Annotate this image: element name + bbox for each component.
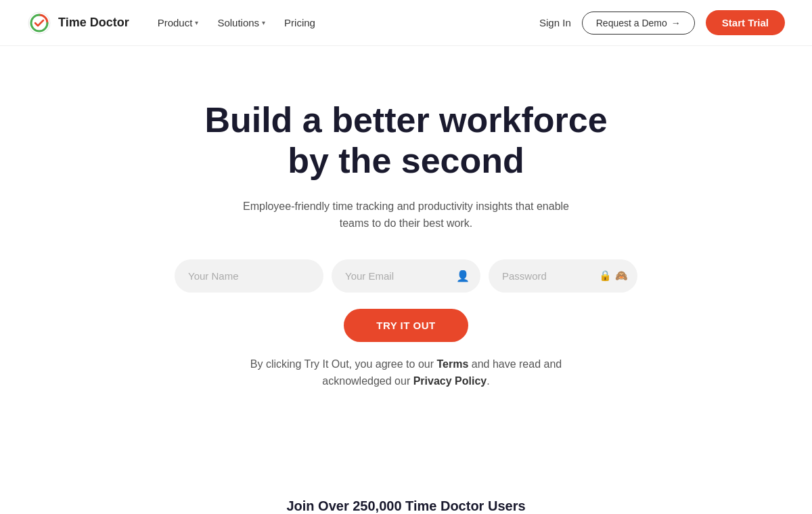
nav-link-solutions[interactable]: Solutions ▾ bbox=[210, 13, 272, 33]
logos-title: Join Over 250,000 Time Doctor Users bbox=[27, 498, 785, 514]
sign-in-link[interactable]: Sign In bbox=[539, 17, 571, 28]
password-toggle-icon[interactable]: 🙈 bbox=[615, 270, 628, 282]
nav-links: Product ▾ Solutions ▾ Pricing bbox=[151, 13, 322, 33]
product-chevron-icon: ▾ bbox=[195, 19, 198, 26]
signup-form: 👤 🔒 🙈 bbox=[27, 259, 785, 293]
name-input[interactable] bbox=[175, 259, 323, 293]
email-input-wrapper: 👤 bbox=[332, 259, 480, 293]
start-trial-button[interactable]: Start Trial bbox=[706, 10, 785, 35]
logo-text: Time Doctor bbox=[58, 16, 129, 30]
logo[interactable]: Time Doctor bbox=[27, 11, 129, 35]
nav-left: Time Doctor Product ▾ Solutions ▾ Pricin… bbox=[27, 11, 322, 35]
hero-subtext: Employee-friendly time tracking and prod… bbox=[230, 198, 582, 232]
nav-link-product[interactable]: Product ▾ bbox=[151, 13, 206, 33]
hero-headline: Build a better workforce by the second bbox=[27, 100, 785, 181]
logos-section: Join Over 250,000 Time Doctor Users B⊕st… bbox=[0, 458, 812, 514]
terms-text: By clicking Try It Out, you agree to our… bbox=[230, 356, 582, 390]
try-it-out-button[interactable]: TRY IT OUT bbox=[344, 309, 468, 342]
terms-link[interactable]: Terms bbox=[436, 358, 468, 370]
password-lock-icon: 🔒 bbox=[599, 270, 612, 282]
arrow-icon: → bbox=[671, 18, 681, 28]
nav-right: Sign In Request a Demo → Start Trial bbox=[539, 10, 785, 35]
name-input-wrapper bbox=[175, 259, 323, 293]
navbar: Time Doctor Product ▾ Solutions ▾ Pricin… bbox=[0, 0, 812, 46]
email-input[interactable] bbox=[332, 259, 480, 293]
logo-icon bbox=[27, 11, 51, 35]
solutions-chevron-icon: ▾ bbox=[262, 19, 265, 26]
hero-section: Build a better workforce by the second E… bbox=[0, 46, 812, 458]
request-demo-button[interactable]: Request a Demo → bbox=[582, 12, 695, 35]
nav-link-pricing[interactable]: Pricing bbox=[277, 13, 322, 33]
password-input-wrapper: 🔒 🙈 bbox=[489, 259, 637, 293]
privacy-policy-link[interactable]: Privacy Policy bbox=[413, 375, 487, 387]
